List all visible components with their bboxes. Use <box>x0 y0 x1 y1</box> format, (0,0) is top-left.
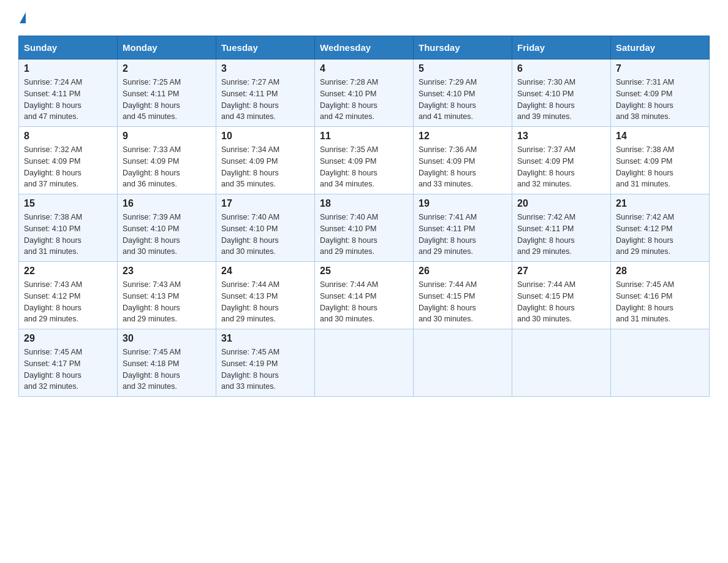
header-cell-sunday: Sunday <box>19 36 118 59</box>
day-number: 17 <box>221 198 309 209</box>
calendar-cell: 27Sunrise: 7:44 AMSunset: 4:15 PMDayligh… <box>512 262 611 329</box>
calendar-cell: 12Sunrise: 7:36 AMSunset: 4:09 PMDayligh… <box>414 127 512 194</box>
week-row-5: 29Sunrise: 7:45 AMSunset: 4:17 PMDayligh… <box>19 329 710 397</box>
day-number: 25 <box>320 266 408 277</box>
day-number: 14 <box>616 131 704 142</box>
calendar-cell: 25Sunrise: 7:44 AMSunset: 4:14 PMDayligh… <box>315 262 414 329</box>
calendar-header: SundayMondayTuesdayWednesdayThursdayFrid… <box>19 36 710 59</box>
day-number: 15 <box>24 198 112 209</box>
day-info: Sunrise: 7:27 AMSunset: 4:11 PMDaylight:… <box>221 77 309 123</box>
day-info: Sunrise: 7:25 AMSunset: 4:11 PMDaylight:… <box>123 77 211 123</box>
day-number: 27 <box>517 266 605 277</box>
calendar-cell: 22Sunrise: 7:43 AMSunset: 4:12 PMDayligh… <box>19 262 118 329</box>
day-info: Sunrise: 7:41 AMSunset: 4:11 PMDaylight:… <box>419 212 507 258</box>
day-info: Sunrise: 7:40 AMSunset: 4:10 PMDaylight:… <box>320 212 408 258</box>
day-number: 4 <box>320 63 408 74</box>
calendar-cell: 23Sunrise: 7:43 AMSunset: 4:13 PMDayligh… <box>118 262 216 329</box>
page-header <box>18 12 710 23</box>
day-info: Sunrise: 7:44 AMSunset: 4:15 PMDaylight:… <box>517 279 605 325</box>
day-info: Sunrise: 7:36 AMSunset: 4:09 PMDaylight:… <box>419 144 507 190</box>
header-cell-wednesday: Wednesday <box>315 36 414 59</box>
calendar-cell: 3Sunrise: 7:27 AMSunset: 4:11 PMDaylight… <box>216 59 315 127</box>
calendar-cell: 2Sunrise: 7:25 AMSunset: 4:11 PMDaylight… <box>118 59 216 127</box>
day-info: Sunrise: 7:32 AMSunset: 4:09 PMDaylight:… <box>24 144 112 190</box>
day-info: Sunrise: 7:35 AMSunset: 4:09 PMDaylight:… <box>320 144 408 190</box>
day-number: 2 <box>123 63 211 74</box>
calendar-cell <box>611 329 710 397</box>
day-info: Sunrise: 7:40 AMSunset: 4:10 PMDaylight:… <box>221 212 309 258</box>
day-number: 28 <box>616 266 704 277</box>
day-number: 29 <box>24 333 112 344</box>
day-number: 23 <box>123 266 211 277</box>
calendar-cell: 10Sunrise: 7:34 AMSunset: 4:09 PMDayligh… <box>216 127 315 194</box>
calendar-cell: 7Sunrise: 7:31 AMSunset: 4:09 PMDaylight… <box>611 59 710 127</box>
calendar-cell: 13Sunrise: 7:37 AMSunset: 4:09 PMDayligh… <box>512 127 611 194</box>
header-cell-monday: Monday <box>118 36 216 59</box>
day-number: 18 <box>320 198 408 209</box>
calendar-cell: 4Sunrise: 7:28 AMSunset: 4:10 PMDaylight… <box>315 59 414 127</box>
day-number: 19 <box>419 198 507 209</box>
day-info: Sunrise: 7:43 AMSunset: 4:12 PMDaylight:… <box>24 279 112 325</box>
calendar-cell <box>414 329 512 397</box>
day-info: Sunrise: 7:38 AMSunset: 4:10 PMDaylight:… <box>24 212 112 258</box>
week-row-4: 22Sunrise: 7:43 AMSunset: 4:12 PMDayligh… <box>19 262 710 329</box>
calendar-cell: 11Sunrise: 7:35 AMSunset: 4:09 PMDayligh… <box>315 127 414 194</box>
day-info: Sunrise: 7:44 AMSunset: 4:14 PMDaylight:… <box>320 279 408 325</box>
day-info: Sunrise: 7:44 AMSunset: 4:13 PMDaylight:… <box>221 279 309 325</box>
header-cell-friday: Friday <box>512 36 611 59</box>
day-number: 24 <box>221 266 309 277</box>
header-cell-tuesday: Tuesday <box>216 36 315 59</box>
header-cell-saturday: Saturday <box>611 36 710 59</box>
day-info: Sunrise: 7:44 AMSunset: 4:15 PMDaylight:… <box>419 279 507 325</box>
calendar-cell: 21Sunrise: 7:42 AMSunset: 4:12 PMDayligh… <box>611 194 710 262</box>
calendar-cell: 16Sunrise: 7:39 AMSunset: 4:10 PMDayligh… <box>118 194 216 262</box>
day-info: Sunrise: 7:45 AMSunset: 4:17 PMDaylight:… <box>24 347 112 393</box>
day-number: 20 <box>517 198 605 209</box>
day-info: Sunrise: 7:33 AMSunset: 4:09 PMDaylight:… <box>123 144 211 190</box>
calendar-cell: 5Sunrise: 7:29 AMSunset: 4:10 PMDaylight… <box>414 59 512 127</box>
calendar-cell: 30Sunrise: 7:45 AMSunset: 4:18 PMDayligh… <box>118 329 216 397</box>
day-info: Sunrise: 7:29 AMSunset: 4:10 PMDaylight:… <box>419 77 507 123</box>
day-number: 13 <box>517 131 605 142</box>
calendar-body: 1Sunrise: 7:24 AMSunset: 4:11 PMDaylight… <box>19 59 710 397</box>
calendar-cell: 1Sunrise: 7:24 AMSunset: 4:11 PMDaylight… <box>19 59 118 127</box>
calendar-cell: 26Sunrise: 7:44 AMSunset: 4:15 PMDayligh… <box>414 262 512 329</box>
calendar-cell: 29Sunrise: 7:45 AMSunset: 4:17 PMDayligh… <box>19 329 118 397</box>
calendar-cell: 31Sunrise: 7:45 AMSunset: 4:19 PMDayligh… <box>216 329 315 397</box>
day-number: 16 <box>123 198 211 209</box>
day-info: Sunrise: 7:42 AMSunset: 4:12 PMDaylight:… <box>616 212 704 258</box>
logo <box>18 12 26 23</box>
week-row-2: 8Sunrise: 7:32 AMSunset: 4:09 PMDaylight… <box>19 127 710 194</box>
day-number: 6 <box>517 63 605 74</box>
calendar-cell: 6Sunrise: 7:30 AMSunset: 4:10 PMDaylight… <box>512 59 611 127</box>
day-number: 30 <box>123 333 211 344</box>
day-number: 12 <box>419 131 507 142</box>
day-info: Sunrise: 7:43 AMSunset: 4:13 PMDaylight:… <box>123 279 211 325</box>
calendar-cell: 28Sunrise: 7:45 AMSunset: 4:16 PMDayligh… <box>611 262 710 329</box>
day-number: 9 <box>123 131 211 142</box>
calendar-cell: 24Sunrise: 7:44 AMSunset: 4:13 PMDayligh… <box>216 262 315 329</box>
day-info: Sunrise: 7:30 AMSunset: 4:10 PMDaylight:… <box>517 77 605 123</box>
day-info: Sunrise: 7:42 AMSunset: 4:11 PMDaylight:… <box>517 212 605 258</box>
calendar-cell: 15Sunrise: 7:38 AMSunset: 4:10 PMDayligh… <box>19 194 118 262</box>
calendar-cell <box>512 329 611 397</box>
logo-triangle-icon <box>20 12 26 23</box>
calendar-table: SundayMondayTuesdayWednesdayThursdayFrid… <box>18 36 710 397</box>
day-number: 11 <box>320 131 408 142</box>
day-info: Sunrise: 7:45 AMSunset: 4:19 PMDaylight:… <box>221 347 309 393</box>
day-number: 21 <box>616 198 704 209</box>
day-number: 31 <box>221 333 309 344</box>
day-info: Sunrise: 7:38 AMSunset: 4:09 PMDaylight:… <box>616 144 704 190</box>
day-info: Sunrise: 7:24 AMSunset: 4:11 PMDaylight:… <box>24 77 112 123</box>
week-row-1: 1Sunrise: 7:24 AMSunset: 4:11 PMDaylight… <box>19 59 710 127</box>
calendar-cell: 19Sunrise: 7:41 AMSunset: 4:11 PMDayligh… <box>414 194 512 262</box>
calendar-cell: 20Sunrise: 7:42 AMSunset: 4:11 PMDayligh… <box>512 194 611 262</box>
calendar-cell: 9Sunrise: 7:33 AMSunset: 4:09 PMDaylight… <box>118 127 216 194</box>
header-cell-thursday: Thursday <box>414 36 512 59</box>
day-info: Sunrise: 7:39 AMSunset: 4:10 PMDaylight:… <box>123 212 211 258</box>
day-info: Sunrise: 7:37 AMSunset: 4:09 PMDaylight:… <box>517 144 605 190</box>
day-info: Sunrise: 7:28 AMSunset: 4:10 PMDaylight:… <box>320 77 408 123</box>
day-number: 5 <box>419 63 507 74</box>
day-number: 8 <box>24 131 112 142</box>
calendar-cell: 18Sunrise: 7:40 AMSunset: 4:10 PMDayligh… <box>315 194 414 262</box>
